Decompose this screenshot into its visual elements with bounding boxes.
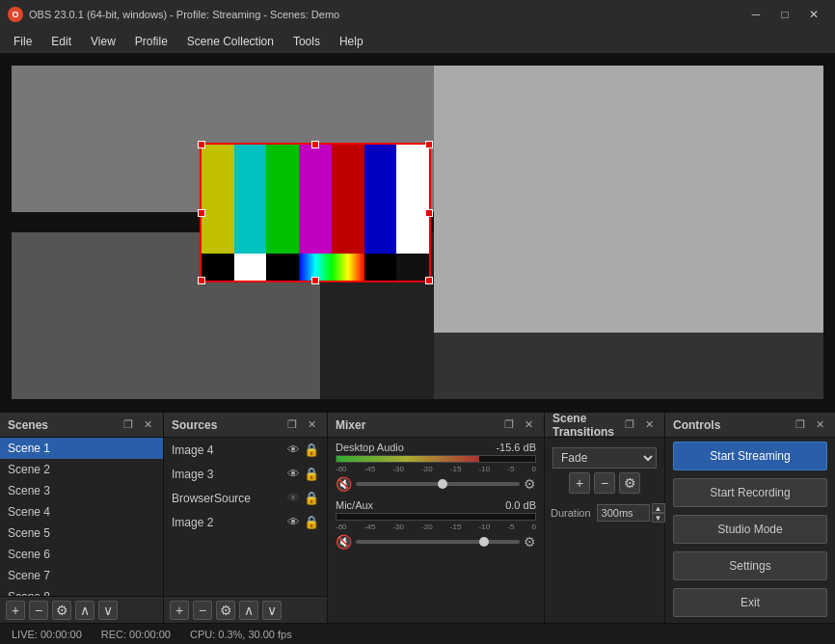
handle-bl[interactable] [198,277,205,284]
mixer-close-icon[interactable]: ✕ [521,417,536,433]
handle-bm[interactable] [311,277,319,284]
transition-add-button[interactable]: + [569,472,590,494]
scene-item-5[interactable]: Scene 5 [0,523,163,544]
maximize-button[interactable]: □ [771,5,798,24]
duration-down-button[interactable]: ▼ [652,513,665,523]
app-icon: O [8,7,23,22]
duration-up-button[interactable]: ▲ [652,503,665,513]
source-eye-icon-image2[interactable]: 👁 [287,515,300,529]
sources-config-icon[interactable]: ❐ [284,417,300,433]
mixer-desktop-mute-icon[interactable]: 🔇 [336,476,352,492]
titlebar-left: O OBS 23.0.1 (64-bit, windows) - Profile… [8,7,339,22]
mixer-config-icon[interactable]: ❐ [501,417,517,433]
minimize-button[interactable]: ─ [742,5,769,24]
sources-remove-button[interactable]: − [193,601,212,620]
source-lock-icon-image4[interactable]: 🔒 [304,443,319,457]
scene-item-6[interactable]: Scene 6 [0,544,163,565]
source-item-image4[interactable]: Image 4 👁 🔒 [164,438,327,462]
start-recording-button[interactable]: Start Recording [673,478,827,507]
sources-add-button[interactable]: + [170,601,189,620]
mixer-mic-mute-icon[interactable]: 🔇 [336,534,352,550]
scene-item-8[interactable]: Scene 8 [0,586,163,596]
mixer-panel: Mixer ❐ ✕ Desktop Audio -15.6 dB -60 -45… [328,413,545,623]
scene-item-1[interactable]: Scene 1 [0,438,163,459]
menu-tools[interactable]: Tools [283,32,330,51]
handle-tl[interactable] [198,141,205,148]
sources-settings-button[interactable]: ⚙ [216,601,235,620]
scenes-config-icon[interactable]: ❐ [121,417,136,433]
scenes-remove-button[interactable]: − [29,601,48,620]
exit-button[interactable]: Exit [673,588,827,617]
source-eye-hidden-icon[interactable]: 👁 [287,491,300,505]
transition-type-select[interactable]: Fade Cut Swipe [552,447,657,469]
menu-view[interactable]: View [81,32,125,51]
source-label-browsersource: BrowserSource [172,492,251,505]
transitions-close-icon[interactable]: ✕ [641,417,657,433]
sources-up-button[interactable]: ∧ [239,601,258,620]
mixer-desktop-thumb [438,479,447,489]
duration-input[interactable] [597,504,650,522]
close-button[interactable]: ✕ [800,5,827,24]
mixer-mic-slider[interactable] [356,540,520,544]
scenes-add-button[interactable]: + [6,601,25,620]
source-label-image2: Image 2 [172,516,213,529]
scene-item-2[interactable]: Scene 2 [0,459,163,480]
bot-white [234,254,267,281]
bot-black [202,254,234,281]
mixer-mic-db: 0.0 dB [505,499,536,511]
handle-tm[interactable] [311,141,319,148]
source-lock-icon-image3[interactable]: 🔒 [304,467,319,481]
source-eye-icon-image3[interactable]: 👁 [287,467,300,481]
menu-file[interactable]: File [4,32,41,51]
mixer-mic-settings-icon[interactable]: ⚙ [524,534,536,550]
scenes-panel-header: Scenes ❐ ✕ [0,413,163,438]
menu-scene-collection[interactable]: Scene Collection [177,32,283,51]
transitions-config-icon[interactable]: ❐ [622,417,637,433]
mixer-panel-title: Mixer [336,418,365,432]
test-pattern[interactable] [200,143,431,282]
scene-item-7[interactable]: Scene 7 [0,565,163,586]
menu-help[interactable]: Help [330,32,373,51]
duration-spinners: ▲ ▼ [652,503,665,523]
sources-down-button[interactable]: ∨ [262,601,282,620]
bar-cyan [234,145,267,254]
controls-config-icon[interactable]: ❐ [793,417,808,433]
handle-ml[interactable] [198,209,205,217]
color-bars [202,145,429,254]
status-live: LIVE: 00:00:00 [12,629,82,640]
scenes-close-icon[interactable]: ✕ [140,417,155,433]
handle-br[interactable] [425,277,433,284]
scene-item-3[interactable]: Scene 3 [0,480,163,501]
source-lock-icon-image2[interactable]: 🔒 [304,515,319,529]
bar-magenta [299,145,332,254]
handle-tr[interactable] [425,141,433,148]
source-item-image2[interactable]: Image 2 👁 🔒 [164,510,327,534]
sources-close-icon[interactable]: ✕ [304,417,319,433]
menu-profile[interactable]: Profile [125,32,177,51]
scenes-settings-button[interactable]: ⚙ [52,601,71,620]
source-label-image3: Image 3 [172,468,213,481]
transitions-content: Fade Cut Swipe + − ⚙ [545,438,664,503]
scene-item-4[interactable]: Scene 4 [0,501,163,523]
mixer-desktop-slider[interactable] [356,482,520,486]
mixer-desktop-settings-icon[interactable]: ⚙ [524,476,536,492]
mixer-mic-ticks: -60 -45 -30 -20 -15 -10 -5 0 [336,523,536,531]
transition-remove-button[interactable]: − [594,472,615,494]
mixer-panel-header: Mixer ❐ ✕ [328,413,544,438]
transition-settings-button[interactable]: ⚙ [619,472,640,494]
bottom-panels: Scenes ❐ ✕ Scene 1 Scene 2 Scene 3 Scene… [0,411,835,623]
controls-close-icon[interactable]: ✕ [812,417,827,433]
source-eye-icon-image4[interactable]: 👁 [287,443,300,457]
source-lock-icon-browsersource[interactable]: 🔒 [304,491,319,505]
source-item-image3[interactable]: Image 3 👁 🔒 [164,462,327,486]
scenes-up-button[interactable]: ∧ [75,601,94,620]
studio-mode-button[interactable]: Studio Mode [673,515,827,544]
start-streaming-button[interactable]: Start Streaming [673,442,827,470]
preview-canvas [12,66,823,399]
scenes-down-button[interactable]: ∨ [98,601,118,620]
mixer-track-mic: Mic/Aux 0.0 dB -60 -45 -30 -20 -15 -10 -… [328,496,544,553]
handle-mr[interactable] [425,209,433,217]
source-item-browsersource[interactable]: BrowserSource 👁 🔒 [164,486,327,510]
menu-edit[interactable]: Edit [41,32,81,51]
settings-button[interactable]: Settings [673,551,827,580]
